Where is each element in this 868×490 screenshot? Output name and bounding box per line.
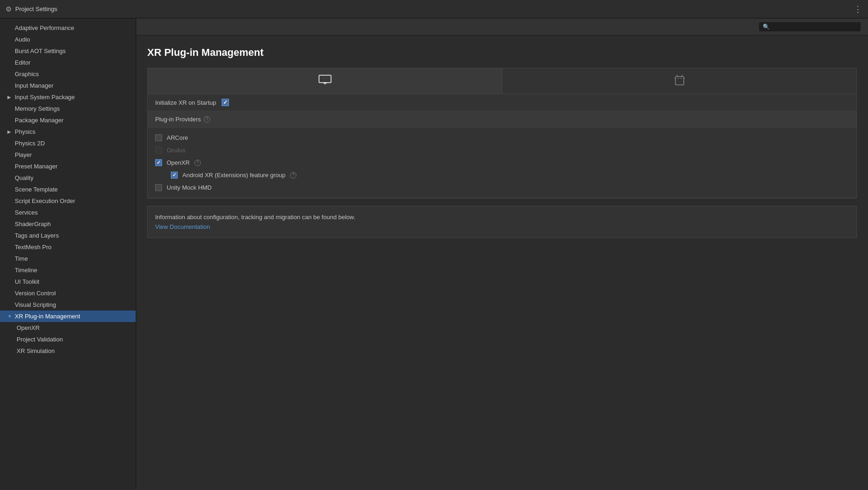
- sidebar-item-label: Memory Settings: [15, 105, 60, 112]
- sidebar-item-ui-toolkit[interactable]: UI Toolkit: [0, 276, 136, 287]
- more-options-icon[interactable]: ⋮: [854, 4, 862, 14]
- provider-help-icon-android-xr-extensions[interactable]: ?: [290, 172, 296, 179]
- search-icon: 🔍: [763, 24, 770, 30]
- sidebar-item-editor[interactable]: Editor: [0, 57, 136, 68]
- sidebar-item-input-manager[interactable]: Input Manager: [0, 80, 136, 91]
- sidebar-item-label: Adaptive Performance: [15, 24, 74, 31]
- sidebar-item-audio[interactable]: Audio: [0, 34, 136, 45]
- sidebar-item-adaptive-performance[interactable]: Adaptive Performance: [0, 22, 136, 34]
- title-bar: ⚙ Project Settings ⋮: [0, 0, 868, 18]
- arrow-icon: ▶: [7, 95, 13, 100]
- sidebar-item-label: Quality: [15, 174, 33, 181]
- arrow-icon: ▼: [7, 314, 13, 319]
- sidebar-item-label: ShaderGraph: [15, 221, 51, 227]
- sidebar-item-label: TextMesh Pro: [15, 244, 51, 251]
- info-text: Information about configuration, trackin…: [155, 214, 849, 221]
- sidebar-item-label: Editor: [15, 59, 30, 66]
- provider-checkbox-unity-mock-hmd[interactable]: [155, 184, 162, 191]
- sidebar-item-package-manager[interactable]: Package Manager: [0, 114, 136, 126]
- plugin-providers-section: Plug-in Providers ? ARCoreOculusOpenXR?A…: [148, 111, 856, 198]
- arrow-icon: ▶: [7, 129, 13, 134]
- sidebar-item-label: XR Plug-in Management: [15, 313, 80, 320]
- sidebar-item-label: Physics: [15, 128, 36, 135]
- sidebar-item-label: Project Validation: [17, 336, 63, 343]
- sidebar-item-label: OpenXR: [17, 324, 40, 331]
- provider-checkbox-oculus[interactable]: [155, 147, 162, 154]
- sidebar-item-quality[interactable]: Quality: [0, 172, 136, 184]
- platform-tab-desktop[interactable]: [148, 68, 502, 94]
- sidebar-item-textmesh-pro[interactable]: TextMesh Pro: [0, 241, 136, 253]
- content-area: 🔍 XR Plug-in Management: [136, 18, 868, 490]
- provider-checkbox-openxr[interactable]: [155, 159, 162, 166]
- provider-item-oculus: Oculus: [148, 144, 856, 156]
- sidebar-item-memory-settings[interactable]: Memory Settings: [0, 103, 136, 114]
- sidebar-item-tags-and-layers[interactable]: Tags and Layers: [0, 230, 136, 241]
- sidebar-item-openxr[interactable]: OpenXR: [0, 322, 136, 334]
- sidebar-item-script-execution-order[interactable]: Script Execution Order: [0, 195, 136, 207]
- provider-row-arcore: ARCore: [148, 131, 856, 144]
- sidebar-item-label: Package Manager: [15, 117, 64, 124]
- sidebar-item-label: Input Manager: [15, 82, 54, 89]
- provider-item-openxr: OpenXR?Android XR (Extensions) feature g…: [148, 156, 856, 181]
- sidebar-item-label: Scene Template: [15, 186, 58, 193]
- main-layout: Adaptive PerformanceAudioBurst AOT Setti…: [0, 18, 868, 490]
- sidebar-item-xr-plugin-management[interactable]: ▼XR Plug-in Management: [0, 311, 136, 322]
- initialize-xr-label: Initialize XR on Startup: [155, 99, 216, 106]
- svg-rect-3: [675, 77, 684, 85]
- sidebar-item-physics[interactable]: ▶Physics: [0, 126, 136, 137]
- plugin-providers-title: Plug-in Providers: [155, 116, 201, 123]
- view-documentation-link[interactable]: View Documentation: [155, 223, 210, 230]
- sidebar-item-label: Script Execution Order: [15, 197, 75, 204]
- sidebar-item-label: UI Toolkit: [15, 278, 39, 285]
- sidebar-item-graphics[interactable]: Graphics: [0, 68, 136, 80]
- provider-item-arcore: ARCore: [148, 131, 856, 144]
- provider-label-unity-mock-hmd: Unity Mock HMD: [167, 184, 212, 191]
- sidebar-item-shadergraph[interactable]: ShaderGraph: [0, 218, 136, 230]
- sidebar: Adaptive PerformanceAudioBurst AOT Setti…: [0, 18, 136, 490]
- provider-row-oculus: Oculus: [148, 144, 856, 156]
- initialize-xr-checkbox[interactable]: [222, 99, 229, 106]
- provider-list: ARCoreOculusOpenXR?Android XR (Extension…: [148, 128, 856, 197]
- provider-label-oculus: Oculus: [167, 147, 185, 154]
- sidebar-item-preset-manager[interactable]: Preset Manager: [0, 161, 136, 172]
- platform-tabs: [147, 68, 857, 94]
- provider-checkbox-arcore[interactable]: [155, 134, 162, 141]
- sidebar-item-label: XR Simulation: [17, 347, 54, 354]
- provider-item-unity-mock-hmd: Unity Mock HMD: [148, 181, 856, 194]
- sidebar-item-label: Graphics: [15, 71, 39, 78]
- search-input[interactable]: [772, 24, 857, 30]
- content-inner: XR Plug-in Management Initialize XR on S…: [136, 36, 868, 490]
- sidebar-item-scene-template[interactable]: Scene Template: [0, 184, 136, 195]
- platform-tab-android[interactable]: [502, 68, 856, 94]
- search-wrapper[interactable]: 🔍: [759, 22, 861, 31]
- window-title: Project Settings: [15, 6, 57, 12]
- provider-row-openxr: OpenXR?: [148, 156, 856, 169]
- sidebar-item-player[interactable]: Player: [0, 149, 136, 161]
- title-bar-left: ⚙ Project Settings: [6, 5, 57, 13]
- sidebar-item-burst-aot[interactable]: Burst AOT Settings: [0, 45, 136, 57]
- provider-row-android-xr-extensions: Android XR (Extensions) feature group?: [148, 169, 856, 181]
- android-icon: [675, 74, 685, 88]
- provider-checkbox-android-xr-extensions[interactable]: [171, 172, 178, 179]
- initialize-xr-row: Initialize XR on Startup: [148, 94, 856, 111]
- provider-label-arcore: ARCore: [167, 134, 188, 141]
- svg-point-9: [681, 78, 681, 79]
- svg-point-8: [678, 78, 679, 79]
- sidebar-item-visual-scripting[interactable]: Visual Scripting: [0, 299, 136, 311]
- sidebar-item-time[interactable]: Time: [0, 253, 136, 264]
- sidebar-item-version-control[interactable]: Version Control: [0, 287, 136, 299]
- provider-help-icon-openxr[interactable]: ?: [194, 160, 201, 166]
- sidebar-item-label: Audio: [15, 36, 30, 43]
- sidebar-item-services[interactable]: Services: [0, 207, 136, 218]
- sidebar-item-physics-2d[interactable]: Physics 2D: [0, 137, 136, 149]
- sidebar-item-timeline[interactable]: Timeline: [0, 264, 136, 276]
- sidebar-item-label: Version Control: [15, 290, 56, 297]
- sidebar-item-label: Time: [15, 255, 28, 262]
- sidebar-item-xr-simulation[interactable]: XR Simulation: [0, 345, 136, 357]
- sidebar-item-project-validation[interactable]: Project Validation: [0, 334, 136, 345]
- sidebar-item-input-system-package[interactable]: ▶Input System Package: [0, 91, 136, 103]
- settings-panel: Initialize XR on Startup Plug-in Provide…: [147, 94, 857, 198]
- sidebar-item-label: Burst AOT Settings: [15, 48, 66, 54]
- plugin-providers-help-icon[interactable]: ?: [204, 116, 210, 123]
- sidebar-item-label: Timeline: [15, 267, 37, 274]
